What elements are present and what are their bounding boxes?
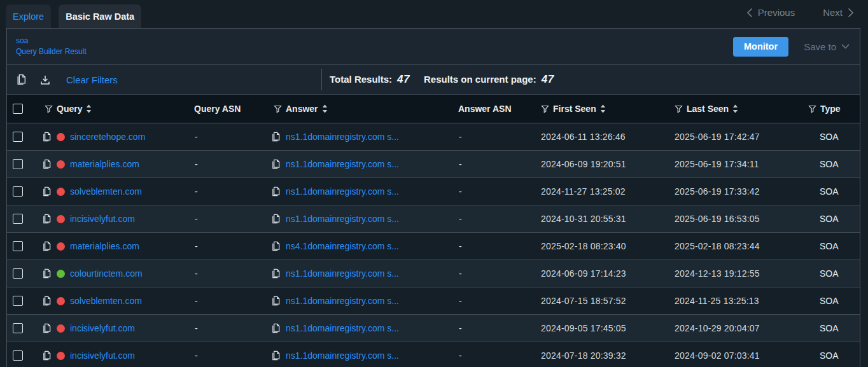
copy-icon[interactable]: [271, 214, 281, 224]
query-asn-value: -: [195, 350, 198, 361]
query-domain-link[interactable]: incisivelyfut.com: [70, 214, 135, 224]
first-seen-value: 2024-06-09 17:14:23: [541, 268, 626, 279]
monitor-button[interactable]: Monitor: [733, 37, 788, 57]
tab-basic-raw-data[interactable]: Basic Raw Data: [59, 4, 141, 28]
query-asn-value: -: [195, 268, 198, 279]
record-type-value: SOA: [820, 214, 839, 224]
status-dot: [57, 352, 65, 360]
answer-link[interactable]: ns1.1domainregistry.com s...: [286, 268, 399, 279]
copy-icon[interactable]: [271, 323, 281, 333]
record-type-value: SOA: [820, 159, 839, 169]
answer-link[interactable]: ns4.1domainregistry.com s...: [286, 241, 399, 251]
copy-icon[interactable]: [42, 268, 52, 279]
copy-icon[interactable]: [271, 296, 281, 306]
pagination: Previous Next: [746, 7, 854, 18]
last-seen-value: 2025-06-19 17:42:47: [675, 132, 760, 142]
query-domain-link[interactable]: colourtinctem.com: [70, 268, 143, 279]
table-row: solveblemten.com - ns1.1domainregistry.c…: [7, 287, 860, 315]
sort-icon[interactable]: [322, 104, 328, 113]
sort-icon[interactable]: [600, 104, 606, 113]
copy-results-button[interactable]: [15, 74, 27, 85]
filter-icon[interactable]: [675, 105, 683, 113]
row-checkbox[interactable]: [13, 214, 23, 224]
record-type-value: SOA: [820, 268, 839, 279]
query-domain-link[interactable]: sinceretehope.com: [70, 132, 145, 142]
copy-icon[interactable]: [42, 350, 52, 361]
copy-icon[interactable]: [42, 214, 52, 224]
column-header-last-seen[interactable]: Last Seen: [672, 104, 806, 114]
row-checkbox[interactable]: [13, 241, 23, 251]
status-dot: [57, 133, 65, 141]
answer-link[interactable]: ns1.1domainregistry.com s...: [286, 159, 399, 169]
column-header-first-seen[interactable]: First Seen: [538, 104, 672, 114]
row-checkbox[interactable]: [13, 159, 23, 169]
copy-icon[interactable]: [271, 350, 281, 361]
filter-icon[interactable]: [274, 105, 282, 113]
row-checkbox[interactable]: [13, 350, 23, 361]
copy-icon[interactable]: [42, 186, 52, 197]
row-checkbox[interactable]: [13, 323, 23, 333]
copy-icon[interactable]: [271, 241, 281, 251]
filter-icon[interactable]: [45, 105, 53, 113]
record-type-value: SOA: [820, 241, 839, 251]
copy-icon[interactable]: [271, 159, 281, 169]
copy-icon[interactable]: [271, 268, 281, 279]
tabs: Explore Basic Raw Data: [0, 0, 141, 28]
row-checkbox[interactable]: [13, 132, 23, 142]
table-row: solveblemten.com - ns1.1domainregistry.c…: [7, 178, 860, 205]
filter-icon[interactable]: [808, 105, 816, 113]
previous-button[interactable]: Previous: [746, 7, 795, 18]
clear-filters-link[interactable]: Clear Filters: [66, 74, 118, 85]
table-header: Query Query ASN Answer Answer ASN First …: [7, 95, 860, 123]
copy-icon[interactable]: [42, 296, 52, 306]
column-header-answer[interactable]: Answer: [271, 104, 456, 114]
column-header-answer-asn[interactable]: Answer ASN: [456, 104, 538, 114]
select-all-checkbox[interactable]: [13, 104, 23, 114]
answer-link[interactable]: ns1.1domainregistry.com s...: [286, 296, 399, 306]
query-asn-value: -: [195, 296, 198, 306]
row-checkbox[interactable]: [13, 186, 23, 197]
answer-link[interactable]: ns1.1domainregistry.com s...: [286, 323, 399, 333]
status-dot: [57, 297, 65, 305]
first-seen-value: 2024-10-31 20:55:31: [541, 214, 626, 224]
copy-icon[interactable]: [42, 132, 52, 142]
copy-icon[interactable]: [42, 323, 52, 333]
column-header-query-asn[interactable]: Query ASN: [192, 104, 271, 114]
column-header-type[interactable]: Type: [806, 104, 860, 114]
answer-asn-value: -: [459, 350, 462, 361]
row-checkbox[interactable]: [13, 296, 23, 306]
copy-icon[interactable]: [42, 241, 52, 251]
answer-link[interactable]: ns1.1domainregistry.com s...: [286, 132, 399, 142]
next-button[interactable]: Next: [823, 7, 854, 18]
answer-asn-value: -: [459, 296, 462, 306]
column-header-query[interactable]: Query: [42, 104, 192, 114]
current-page-value: 47: [542, 73, 554, 86]
tab-basic-raw-data-label: Basic Raw Data: [66, 11, 134, 22]
query-domain-link[interactable]: materialplies.com: [70, 159, 139, 169]
answer-link[interactable]: ns1.1domainregistry.com s...: [286, 214, 399, 224]
answer-asn-value: -: [459, 186, 462, 197]
answer-link[interactable]: ns1.1domainregistry.com s...: [286, 350, 399, 361]
download-button[interactable]: [39, 74, 51, 85]
chevron-down-icon: [841, 44, 850, 49]
query-domain-link[interactable]: incisivelyfut.com: [70, 350, 135, 361]
sort-icon[interactable]: [86, 104, 92, 113]
query-domain-link[interactable]: incisivelyfut.com: [70, 323, 135, 333]
query-domain-link[interactable]: materialplies.com: [70, 241, 139, 251]
query-domain-link[interactable]: solveblemten.com: [70, 186, 142, 197]
copy-icon[interactable]: [271, 186, 281, 197]
answer-asn-value: -: [459, 132, 462, 142]
filter-icon[interactable]: [541, 105, 549, 113]
tab-explore[interactable]: Explore: [6, 4, 51, 28]
answer-link[interactable]: ns1.1domainregistry.com s...: [286, 186, 399, 197]
toolbar-left: Clear Filters: [7, 74, 321, 85]
copy-icon[interactable]: [271, 132, 281, 142]
save-to-dropdown[interactable]: Save to: [804, 41, 850, 52]
last-seen-value: 2025-06-19 17:33:42: [675, 186, 760, 197]
sort-icon[interactable]: [732, 104, 738, 113]
row-checkbox[interactable]: [13, 268, 23, 279]
previous-label: Previous: [758, 7, 795, 18]
copy-icon[interactable]: [42, 159, 52, 169]
record-type-value: SOA: [820, 132, 839, 142]
query-domain-link[interactable]: solveblemten.com: [70, 296, 142, 306]
